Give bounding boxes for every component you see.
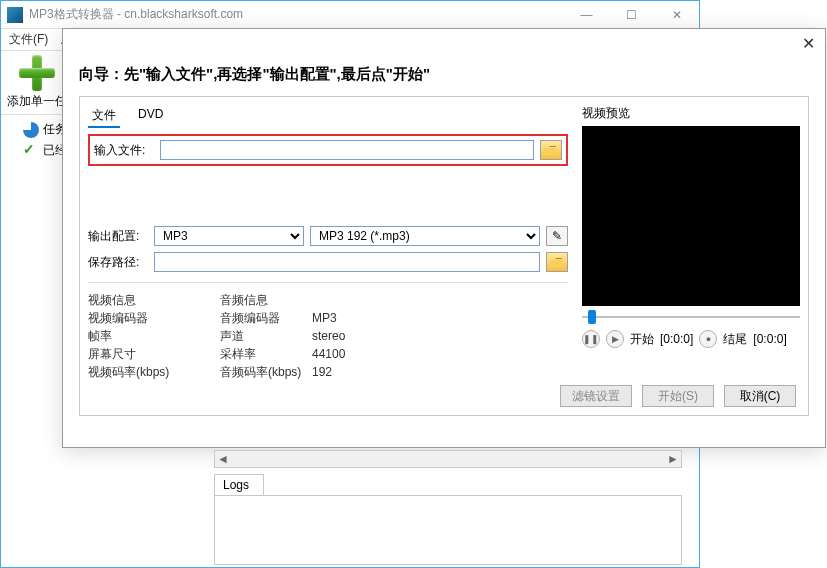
slider-thumb[interactable]: [588, 310, 596, 324]
video-preview: [582, 126, 800, 306]
cancel-button[interactable]: 取消(C): [724, 385, 796, 407]
save-path-field[interactable]: [154, 252, 540, 272]
audio-bitrate-label: 音频码率(kbps): [220, 363, 302, 381]
browse-input-button[interactable]: [540, 140, 562, 160]
maximize-button[interactable]: ☐: [609, 1, 654, 29]
plus-icon: [19, 55, 55, 91]
sample-rate-value: 44100: [312, 345, 345, 363]
horizontal-scrollbar[interactable]: ◄ ►: [214, 450, 682, 468]
audio-info-header: 音频信息: [220, 291, 345, 309]
input-file-field[interactable]: [160, 140, 534, 160]
pencil-icon: ✎: [552, 229, 562, 243]
start-label: 开始: [630, 331, 654, 348]
input-file-row-highlight: 输入文件:: [88, 134, 568, 166]
close-button[interactable]: ✕: [654, 1, 699, 29]
start-button[interactable]: 开始(S): [642, 385, 714, 407]
main-title: MP3格式转换器 - cn.blacksharksoft.com: [29, 6, 564, 23]
preview-label: 视频预览: [582, 105, 800, 122]
edit-profile-button[interactable]: ✎: [546, 226, 568, 246]
dialog-titlebar: ✕: [63, 29, 825, 57]
channel-label: 声道: [220, 327, 302, 345]
start-time: [0:0:0]: [660, 332, 693, 346]
playback-controls: ❚❚ ▶ 开始[0:0:0] ● 结尾[0:0:0]: [582, 330, 800, 348]
format-select[interactable]: MP3: [154, 226, 304, 246]
folder-open-icon: [544, 144, 558, 156]
audio-codec-value: MP3: [312, 309, 337, 327]
browse-save-button[interactable]: [546, 252, 568, 272]
check-icon: [23, 143, 39, 159]
output-profile-row: 输出配置: MP3 MP3 192 (*.mp3) ✎: [88, 226, 568, 246]
refresh-icon: [23, 122, 39, 138]
pause-button[interactable]: ❚❚: [582, 330, 600, 348]
save-path-label: 保存路径:: [88, 254, 148, 271]
sample-rate-label: 采样率: [220, 345, 302, 363]
playback-slider[interactable]: [582, 308, 800, 326]
wizard-title: 向导：先"输入文件",再选择"输出配置",最后点"开始": [79, 63, 809, 96]
add-single-task-button[interactable]: 添加单一任: [7, 55, 67, 110]
preset-select[interactable]: MP3 192 (*.mp3): [310, 226, 540, 246]
video-codec-label: 视频编码器: [88, 309, 170, 327]
play-button[interactable]: ▶: [606, 330, 624, 348]
scroll-left-button[interactable]: ◄: [215, 451, 231, 467]
menu-file[interactable]: 文件(F): [9, 31, 48, 48]
mark-button[interactable]: ●: [699, 330, 717, 348]
filter-settings-button[interactable]: 滤镜设置: [560, 385, 632, 407]
input-file-label: 输入文件:: [94, 142, 154, 159]
folder-open-icon: [550, 256, 564, 268]
scroll-right-button[interactable]: ►: [665, 451, 681, 467]
preview-column: 视频预览 ❚❚ ▶ 开始[0:0:0] ● 结尾[0:0:0]: [582, 105, 800, 381]
main-titlebar: MP3格式转换器 - cn.blacksharksoft.com ― ☐ ✕: [1, 1, 699, 29]
fps-label: 帧率: [88, 327, 170, 345]
save-path-row: 保存路径:: [88, 252, 568, 272]
channel-value: stereo: [312, 327, 345, 345]
audio-codec-label: 音频编码器: [220, 309, 302, 327]
bg-lower-area: ◄ ► Logs: [214, 450, 682, 565]
source-tabs: 文件 DVD: [88, 105, 568, 128]
dialog-buttons: 滤镜设置 开始(S) 取消(C): [560, 385, 796, 407]
media-info: 视频信息 视频编码器 帧率 屏幕尺寸 视频码率(kbps) 音频信息 音频编码器…: [88, 282, 568, 381]
settings-column: 文件 DVD 输入文件: 输出配置: MP3: [88, 105, 568, 381]
minimize-button[interactable]: ―: [564, 1, 609, 29]
video-bitrate-label: 视频码率(kbps): [88, 363, 170, 381]
app-icon: [7, 7, 23, 23]
wizard-dialog: ✕ 向导：先"输入文件",再选择"输出配置",最后点"开始" 文件 DVD 输入…: [62, 28, 826, 448]
audio-info: 音频信息 音频编码器MP3 声道stereo 采样率44100 音频码率(kbp…: [220, 291, 345, 381]
dialog-close-button[interactable]: ✕: [802, 34, 815, 53]
audio-bitrate-value: 192: [312, 363, 332, 381]
screen-size-label: 屏幕尺寸: [88, 345, 170, 363]
video-info-header: 视频信息: [88, 291, 180, 309]
end-label: 结尾: [723, 331, 747, 348]
tab-dvd[interactable]: DVD: [134, 105, 167, 128]
output-profile-label: 输出配置:: [88, 228, 148, 245]
wizard-panel: 文件 DVD 输入文件: 输出配置: MP3: [79, 96, 809, 416]
add-single-label: 添加单一任: [7, 93, 67, 110]
slider-track: [582, 316, 800, 318]
tab-file[interactable]: 文件: [88, 105, 120, 128]
end-time: [0:0:0]: [753, 332, 786, 346]
video-info: 视频信息 视频编码器 帧率 屏幕尺寸 视频码率(kbps): [88, 291, 180, 381]
logs-panel: [214, 495, 682, 565]
logs-tab[interactable]: Logs: [214, 474, 264, 495]
